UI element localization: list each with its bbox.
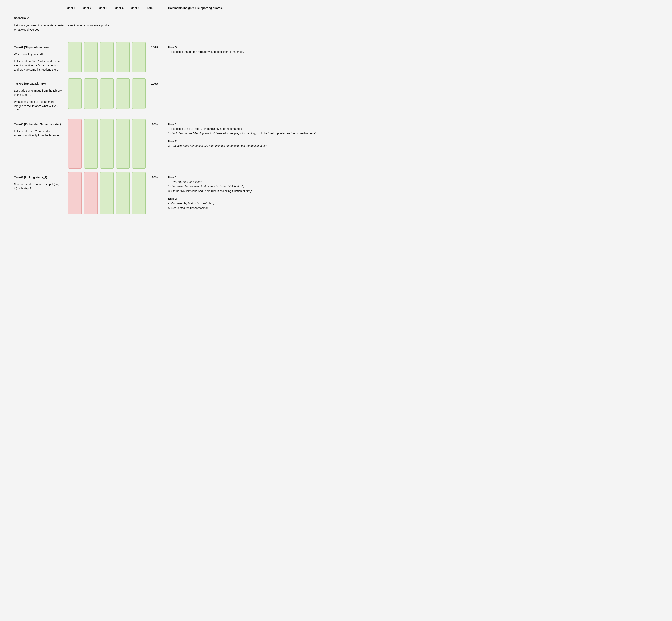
comments-cell: User 1:1) Expected to go to "step 2" imm… (163, 117, 658, 170)
task-row: Task#4 (Linking steps_1)Now we need to c… (14, 170, 658, 216)
scenario-cell: Scenario #1Let's say you need to create … (14, 10, 658, 40)
comment-block: User 1:1) "The link icon isn't clear";2)… (168, 175, 656, 193)
result-cell-user-3 (99, 77, 115, 117)
empty-cell (83, 216, 99, 224)
result-cell-user-4 (115, 40, 131, 77)
result-fail-swatch (84, 172, 97, 214)
result-pass-swatch (100, 78, 114, 109)
result-cell-user-4 (115, 170, 131, 216)
result-pass-swatch (84, 78, 97, 109)
task-description: Task#4 (Linking steps_1)Now we need to c… (14, 170, 67, 216)
task-title: Task#1 (Steps interaction) (14, 45, 63, 49)
total-percentage: 100% (147, 40, 163, 77)
task-title: Task#2 (Upload/Library) (14, 82, 63, 86)
result-cell-user-2 (83, 40, 99, 77)
result-pass-swatch (100, 172, 114, 214)
task-description: Task#3 (Embedded Screen shorter)Let's cr… (14, 117, 67, 170)
empty-cell (163, 216, 658, 224)
header-comments: Comments/Insights + supporting quotes. (163, 6, 658, 10)
table-header-row: User 1 User 2 User 3 User 4 User 5 Total… (14, 6, 658, 10)
result-fail-swatch (68, 172, 82, 214)
scenario-row: Scenario #1Let's say you need to create … (14, 10, 658, 40)
total-percentage: 100% (147, 77, 163, 117)
header-user-5: User 5 (131, 6, 147, 10)
scenario-title: Scenario #1 (14, 16, 654, 20)
task-description: Task#1 (Steps interaction)Where would yo… (14, 40, 67, 77)
comment-line: 1) Expected to go to "step 2" immediatel… (168, 127, 656, 131)
result-pass-swatch (132, 172, 145, 214)
header-user-1: User 1 (67, 6, 83, 10)
comment-block: User 1:1) Expected to go to "step 2" imm… (168, 122, 656, 136)
header-empty (14, 6, 67, 10)
comment-line: 5) Requested tooltips for toolbar. (168, 206, 656, 210)
task-paragraph: Now we need to connect step 1 (Log in) w… (14, 182, 63, 191)
result-pass-swatch (132, 42, 145, 72)
result-cell-user-5 (131, 117, 147, 170)
comment-line: 1) Expected that button "create" would b… (168, 50, 656, 54)
comment-user-label: User 5: (168, 45, 656, 49)
empty-cell (147, 216, 163, 224)
result-cell-user-2 (83, 117, 99, 170)
result-cell-user-4 (115, 77, 131, 117)
result-pass-swatch (84, 119, 97, 169)
comment-line: 4) Confused by Status "No link" chip; (168, 201, 656, 206)
header-user-4: User 4 (115, 6, 131, 10)
comments-cell (163, 77, 658, 117)
result-cell-user-4 (115, 117, 131, 170)
result-cell-user-3 (99, 40, 115, 77)
comment-user-label: User 2: (168, 139, 656, 143)
comment-block: User 5:1) Expected that button "create" … (168, 45, 656, 54)
comment-line: 1) "The link icon isn't clear"; (168, 180, 656, 184)
result-fail-swatch (68, 119, 82, 169)
result-cell-user-2 (83, 170, 99, 216)
task-paragraph: Let's create step 2 and add a screenshot… (14, 129, 63, 137)
result-cell-user-1 (67, 77, 83, 117)
empty-cell (131, 216, 147, 224)
result-cell-user-5 (131, 170, 147, 216)
result-cell-user-5 (131, 40, 147, 77)
result-pass-swatch (116, 119, 130, 169)
comments-cell: User 1:1) "The link icon isn't clear";2)… (163, 170, 658, 216)
result-cell-user-1 (67, 170, 83, 216)
header-user-2: User 2 (83, 6, 99, 10)
result-cell-user-2 (83, 77, 99, 117)
result-cell-user-1 (67, 40, 83, 77)
task-paragraph: Let's add some image from the Library to… (14, 89, 63, 97)
task-paragraph: Let's create a Step 1 of your step-by-st… (14, 59, 63, 72)
empty-cell (67, 216, 83, 224)
task-title: Task#3 (Embedded Screen shorter) (14, 122, 63, 126)
result-pass-swatch (116, 172, 130, 214)
result-pass-swatch (68, 78, 82, 109)
results-table: User 1 User 2 User 3 User 4 User 5 Total… (14, 6, 658, 224)
task-description: Task#2 (Upload/Library)Let's add some im… (14, 77, 67, 117)
result-cell-user-5 (131, 77, 147, 117)
usability-report-page: User 1 User 2 User 3 User 4 User 5 Total… (0, 0, 672, 224)
result-pass-swatch (100, 119, 114, 169)
result-cell-user-3 (99, 170, 115, 216)
empty-trailing-row (14, 216, 658, 224)
result-pass-swatch (132, 78, 145, 109)
comments-cell: User 5:1) Expected that button "create" … (163, 40, 658, 77)
comment-line: 2) "No instruction for what to do after … (168, 184, 656, 189)
table-body: Scenario #1Let's say you need to create … (14, 10, 658, 224)
total-percentage: 60% (147, 170, 163, 216)
result-pass-swatch (132, 119, 145, 169)
total-percentage: 80% (147, 117, 163, 170)
comment-line: 3) Status "No link" confused users (use … (168, 189, 656, 193)
result-pass-swatch (68, 42, 82, 72)
task-row: Task#3 (Embedded Screen shorter)Let's cr… (14, 117, 658, 170)
header-user-3: User 3 (99, 6, 115, 10)
comment-block: User 2:3) "Usually, I add annotation jus… (168, 139, 656, 148)
task-row: Task#1 (Steps interaction)Where would yo… (14, 40, 658, 77)
task-title: Task#4 (Linking steps_1) (14, 175, 63, 179)
empty-cell (14, 216, 67, 224)
scenario-text: Let's say you need to create step-by-ste… (14, 24, 114, 32)
task-paragraph: What if you need to upload more images t… (14, 100, 63, 112)
result-cell-user-3 (99, 117, 115, 170)
comment-line: 3) "Usually, I add annotation just after… (168, 144, 656, 148)
task-paragraph: Where would you start? (14, 52, 63, 56)
comment-user-label: User 1: (168, 175, 656, 179)
result-pass-swatch (100, 42, 114, 72)
empty-cell (99, 216, 115, 224)
result-pass-swatch (116, 78, 130, 109)
